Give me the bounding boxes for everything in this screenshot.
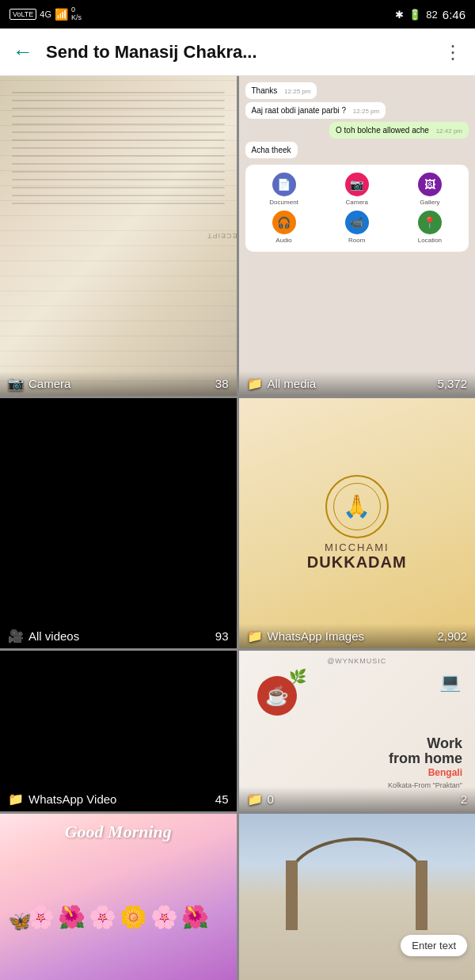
camera-folder-name: Camera <box>28 377 70 390</box>
share-location: 📍 Location <box>396 211 464 244</box>
battery-icon: 🔋 <box>408 9 421 21</box>
msg-text-2: Aaj raat obdi janate parbi ? <box>252 106 347 115</box>
media-grid: RECEIPT 📷 Camera 38 Thanks 12:25 pm Aaj … <box>0 76 475 980</box>
status-left: VoLTE 4G 📶 0K/s <box>10 6 82 22</box>
whatsapp-images-label: 📁 WhatsApp Images 2,902 <box>239 624 476 648</box>
room-label: Room <box>348 237 365 244</box>
msg-time-2: 12:25 pm <box>353 108 379 115</box>
msg-text-3: O toh bolche allowed ache <box>336 126 429 135</box>
time-display: 6:46 <box>443 8 466 21</box>
camera-folder[interactable]: RECEIPT 📷 Camera 38 <box>0 76 237 396</box>
wifi-icon: 📶 <box>55 8 68 21</box>
chat-screenshot: Thanks 12:25 pm Aaj raat obdi janate par… <box>239 76 476 396</box>
work-from-home-text: Workfrom home Bengali Kolkata-From "Prak… <box>388 736 462 790</box>
page-title: Send to Manasij Chakra... <box>46 42 431 63</box>
all-media-label: 📁 All media 5,372 <box>239 371 476 396</box>
laptop-icon: 💻 <box>439 672 461 693</box>
whatsapp-images-name: WhatsApp Images <box>268 629 365 643</box>
good-morning-thumbnail: Good Morning 🌸 🌺 🌸 🌼 🌸 🌺 🦋 <box>0 814 237 980</box>
flower-2: 🌺 <box>58 904 86 930</box>
all-media-folder[interactable]: Thanks 12:25 pm Aaj raat obdi janate par… <box>239 76 476 396</box>
good-morning-text: Good Morning <box>65 822 172 842</box>
data-speed: 0K/s <box>71 6 82 22</box>
location-label: Location <box>418 237 442 244</box>
share-camera: 📷 Camera <box>323 173 391 206</box>
gallery-circle: 🖼 <box>418 173 442 196</box>
audio-circle: 🎧 <box>272 211 296 234</box>
share-document: 📄 Document <box>250 173 318 206</box>
camera-label: 📷 Camera 38 <box>0 371 237 396</box>
micchami-thumbnail: 🙏 MICCHAMI DUKKADAM <box>239 398 476 648</box>
chat-msg-3: O toh bolche allowed ache 12:42 pm <box>329 122 469 139</box>
camera-icon: 📷 <box>8 376 24 391</box>
header: ← Send to Manasij Chakra... ⋮ <box>0 28 475 76</box>
all-media-count: 5,372 <box>437 377 467 390</box>
micchami-line2: DUKKADAM <box>307 553 407 572</box>
msg-time-3: 12:42 pm <box>436 127 462 135</box>
paper-stamp: RECEIPT <box>206 232 236 240</box>
good-morning-folder[interactable]: Good Morning 🌸 🌺 🌸 🌼 🌸 🌺 🦋 <box>0 814 237 980</box>
micchami-line1: MICCHAMI <box>325 541 390 553</box>
signal-strength: 4G <box>40 9 51 19</box>
gallery-label: Gallery <box>420 199 439 206</box>
music-folder-count: 2 <box>461 792 467 806</box>
paper-lines <box>12 92 225 348</box>
flower-6: 🌺 <box>181 904 209 930</box>
camera-circle: 📷 <box>345 173 369 196</box>
share-audio: 🎧 Audio <box>250 211 318 244</box>
bengali-label: Bengali <box>388 767 462 778</box>
music-folder-icon: 📁 <box>247 792 263 807</box>
whatsapp-images-folder[interactable]: 🙏 MICCHAMI DUKKADAM 📁 WhatsApp Images 2,… <box>239 398 476 648</box>
menu-button[interactable]: ⋮ <box>443 41 462 63</box>
mandala-decoration: 🙏 <box>325 475 389 538</box>
document-label: Document <box>269 199 298 206</box>
whatsapp-video-icon: 📁 <box>8 792 24 807</box>
building-folder[interactable]: Enter text <box>239 814 476 980</box>
gate-structure <box>239 814 476 930</box>
whatsapp-video-name: WhatsApp Video <box>28 792 116 806</box>
flower-4: 🌼 <box>120 904 147 930</box>
prayer-hands: 🙏 <box>333 483 381 530</box>
music-folder-label: 📁 0 2 <box>239 787 476 811</box>
share-gallery: 🖼 Gallery <box>396 173 464 206</box>
share-options: 📄 Document 📷 Camera 🖼 Gallery 🎧 Audio <box>245 165 469 252</box>
audio-label: Audio <box>276 237 291 244</box>
room-circle: 📹 <box>345 211 369 234</box>
butterfly-icon: 🦋 <box>8 910 32 933</box>
all-media-name: All media <box>268 377 317 390</box>
document-circle: 📄 <box>272 173 296 196</box>
back-button[interactable]: ← <box>13 40 33 64</box>
gate-pillar-left <box>286 860 298 930</box>
flowers-decoration: 🌸 🌺 🌸 🌼 🌸 🌺 <box>0 869 237 964</box>
music-content: ☕ 💻 🌿 Workfrom home Bengali Kolkata-From… <box>245 668 469 806</box>
whatsapp-video-count: 45 <box>215 792 229 806</box>
music-folder[interactable]: @WYNKMUSIC ☕ 💻 🌿 Workfrom home Bengali K… <box>239 651 476 812</box>
share-camera-label: Camera <box>346 199 368 206</box>
all-videos-folder[interactable]: 🎥 All videos 93 <box>0 398 237 648</box>
battery-level: 82 <box>426 9 437 21</box>
status-right: ✱ 🔋 82 6:46 <box>395 8 466 21</box>
all-videos-count: 93 <box>215 629 229 643</box>
gate-pillar-right <box>416 860 428 930</box>
building-thumbnail: Enter text <box>239 814 476 980</box>
all-videos-label: 🎥 All videos 93 <box>0 624 237 648</box>
msg-text: Thanks <box>252 86 278 95</box>
msg-time-1: 12:25 pm <box>284 88 310 95</box>
gate-arch <box>286 838 428 930</box>
camera-thumbnail: RECEIPT <box>0 76 237 396</box>
work-line1: Workfrom home <box>388 736 462 768</box>
wynk-logo: @WYNKMUSIC <box>245 657 469 665</box>
whatsapp-video-label: 📁 WhatsApp Video 45 <box>0 787 237 811</box>
volte-badge: VoLTE <box>10 9 36 20</box>
whatsapp-video-folder[interactable]: 📁 WhatsApp Video 45 <box>0 651 237 812</box>
flower-3: 🌸 <box>89 904 116 930</box>
msg-text-4: Acha theek <box>252 146 291 154</box>
music-folder-name: 0 <box>268 792 274 806</box>
plant-icon: 🌿 <box>289 668 306 686</box>
whatsapp-images-count: 2,902 <box>437 629 467 643</box>
enter-text-bubble: Enter text <box>401 935 467 956</box>
all-videos-name: All videos <box>28 629 79 643</box>
location-circle: 📍 <box>418 211 442 234</box>
status-bar: VoLTE 4G 📶 0K/s ✱ 🔋 82 6:46 <box>0 0 475 28</box>
bluetooth-icon: ✱ <box>395 9 404 21</box>
